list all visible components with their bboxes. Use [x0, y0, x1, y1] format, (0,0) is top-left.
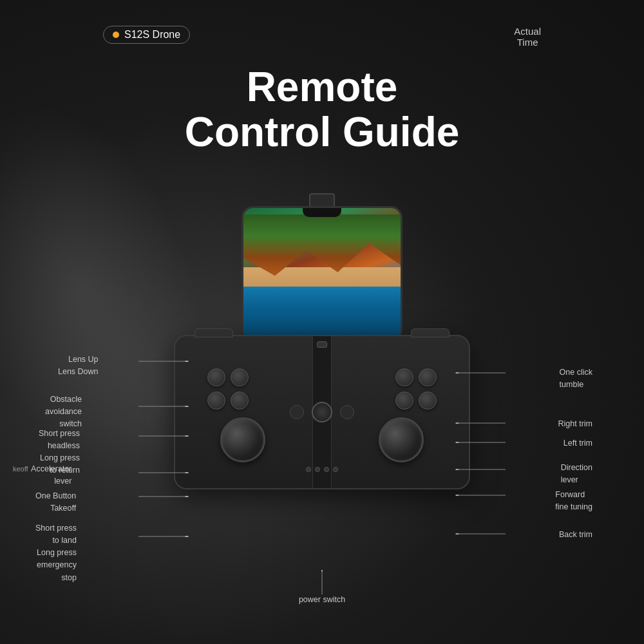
ctrl-btn-rtr[interactable] — [419, 368, 437, 386]
button-group-right — [395, 368, 437, 410]
phone-notch — [303, 208, 341, 217]
ctrl-btn-tr[interactable] — [231, 368, 249, 386]
keoff-label: ⁠keoff — [13, 465, 28, 473]
center-btn-right[interactable] — [340, 405, 354, 419]
phone-screen — [242, 206, 402, 341]
tumble-label: One clicktumble — [560, 368, 592, 389]
annotation-obstacle: Obstacleavoidanceswitch — [45, 393, 82, 430]
led-indicators — [306, 467, 338, 472]
ctrl-btn-rbr[interactable] — [419, 392, 437, 410]
actual-time: Actual Time — [514, 26, 541, 48]
ctrl-btn-rtl[interactable] — [395, 368, 413, 386]
page-title: Remote Control Guide — [185, 64, 460, 155]
direction-line — [454, 469, 506, 470]
annotation-forward: Forwardfine tuning — [555, 488, 592, 513]
brand-badge: S12S Drone — [103, 26, 190, 44]
controller-body — [174, 335, 470, 489]
tumble-line — [454, 372, 506, 374]
forward-line — [454, 495, 506, 496]
annotation-land: Short pressto landLong pressemergencysto… — [35, 522, 77, 583]
phone-screen-image — [243, 208, 401, 339]
lens-label: Lens UpLens Down — [58, 355, 99, 376]
back-trim-line — [454, 533, 506, 535]
power-switch-line — [321, 570, 323, 596]
forward-label: Forwardfine tuning — [555, 490, 592, 511]
power-switch-label: power switch — [299, 595, 345, 604]
joystick-left[interactable] — [220, 417, 265, 462]
led-dot-4 — [333, 467, 338, 472]
phone-clip — [309, 193, 335, 207]
brand-dot — [113, 32, 119, 38]
annotation-left-trim: Left trim — [564, 437, 592, 449]
ctrl-btn-bl[interactable] — [207, 392, 225, 410]
obstacle-line — [138, 406, 190, 407]
ctrl-btn-tl[interactable] — [207, 368, 225, 386]
left-trim-label: Left trim — [564, 439, 592, 448]
svg-point-25 — [321, 570, 323, 572]
accelerator-label: Acceleratorlever — [31, 464, 71, 486]
led-dot-1 — [306, 467, 311, 472]
svg-point-1 — [185, 361, 189, 362]
takeoff-line — [138, 496, 190, 497]
left-trim-line — [454, 442, 506, 443]
takeoff-label: One ButtonTakeoff — [35, 491, 76, 513]
svg-point-7 — [185, 472, 189, 473]
land-label: Short pressto landLong pressemergencysto… — [35, 524, 77, 582]
ctrl-btn-br[interactable] — [231, 392, 249, 410]
center-btn-left[interactable] — [290, 405, 304, 419]
annotation-lens: Lens UpLens Down — [58, 353, 99, 377]
svg-point-9 — [185, 496, 189, 497]
annotation-back-trim: Back trim — [559, 528, 592, 540]
svg-point-5 — [185, 435, 189, 437]
annotation-takeoff: One ButtonTakeoff — [35, 489, 76, 514]
svg-point-11 — [185, 536, 189, 537]
direction-label: Directionlever — [561, 463, 592, 484]
lens-line — [138, 361, 190, 362]
accelerator-line — [138, 472, 190, 473]
annotation-right-trim: Right trim — [558, 417, 592, 430]
annotation-direction: Directionlever — [561, 461, 592, 486]
obstacle-label: Obstacleavoidanceswitch — [45, 395, 82, 428]
camera-bump — [317, 341, 327, 348]
center-btn-main[interactable] — [312, 402, 332, 422]
headless-line — [138, 435, 190, 437]
button-group-left — [207, 368, 249, 410]
joystick-right[interactable] — [379, 417, 424, 462]
shoulder-button-right — [411, 328, 450, 337]
main-content: S12S Drone Actual Time Remote Control Gu… — [0, 0, 644, 644]
land-line — [138, 536, 190, 537]
center-buttons — [290, 402, 354, 422]
brand-name: S12S Drone — [124, 29, 180, 41]
svg-point-3 — [185, 406, 189, 407]
led-dot-3 — [324, 467, 329, 472]
phone-holder — [229, 206, 415, 348]
ctrl-btn-rbl[interactable] — [395, 392, 413, 410]
annotation-tumble: One clicktumble — [560, 366, 592, 390]
right-trim-line — [454, 422, 506, 424]
led-dot-2 — [315, 467, 320, 472]
shoulder-button-left — [194, 328, 233, 337]
right-trim-label: Right trim — [558, 419, 592, 428]
back-trim-label: Back trim — [559, 530, 592, 539]
annotation-accelerator: ⁠keoff Acceleratorlever — [13, 462, 71, 487]
